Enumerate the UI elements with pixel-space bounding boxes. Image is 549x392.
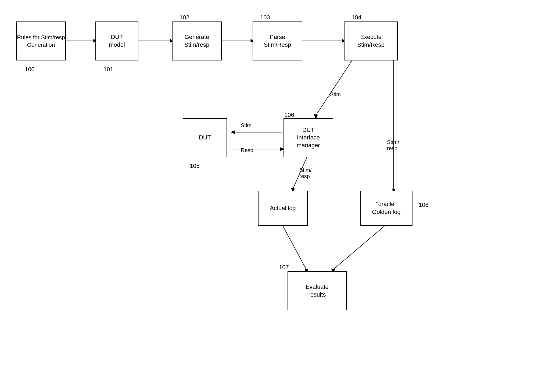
label-104: 104 bbox=[351, 14, 361, 21]
arrow-label-stimresp-down: Stim/resp bbox=[299, 167, 312, 179]
label-102: 102 bbox=[180, 14, 189, 21]
label-107: 107 bbox=[279, 264, 289, 271]
box-108: "oracle"Golden log bbox=[360, 191, 412, 226]
svg-line-20 bbox=[333, 226, 385, 269]
box-107: Actual log bbox=[258, 191, 308, 226]
arrow-label-stim1: Stim bbox=[241, 122, 252, 128]
arrow-label-resp1: Resp bbox=[241, 147, 253, 153]
label-103: 103 bbox=[260, 14, 270, 21]
label-100: 100 bbox=[25, 66, 35, 73]
svg-marker-13 bbox=[231, 131, 235, 134]
svg-line-8 bbox=[316, 60, 352, 116]
label-108: 108 bbox=[419, 202, 429, 208]
box-101: DUTmodel bbox=[95, 21, 138, 60]
box-102: GenerateStim/resp bbox=[172, 21, 222, 60]
svg-line-18 bbox=[283, 226, 306, 269]
arrow-label-stimresp-right: Stim/resp bbox=[387, 139, 399, 152]
box-106: DUTInterfacemanager bbox=[284, 118, 333, 157]
box-104: ExecuteStim/Resp bbox=[344, 21, 398, 60]
box-103: ParseStim/Resp bbox=[253, 21, 302, 60]
label-106: 106 bbox=[284, 112, 294, 118]
diagram-container: Rules for Stim/resp Generation DUTmodel … bbox=[0, 0, 549, 392]
label-101: 101 bbox=[103, 66, 113, 73]
box-evaluate: Evaluateresults bbox=[288, 271, 347, 310]
label-105: 105 bbox=[190, 163, 200, 170]
box-100: Rules for Stim/resp Generation bbox=[16, 21, 66, 60]
box-105: DUT bbox=[183, 118, 227, 157]
arrow-label-stim2: Stim bbox=[330, 91, 341, 98]
